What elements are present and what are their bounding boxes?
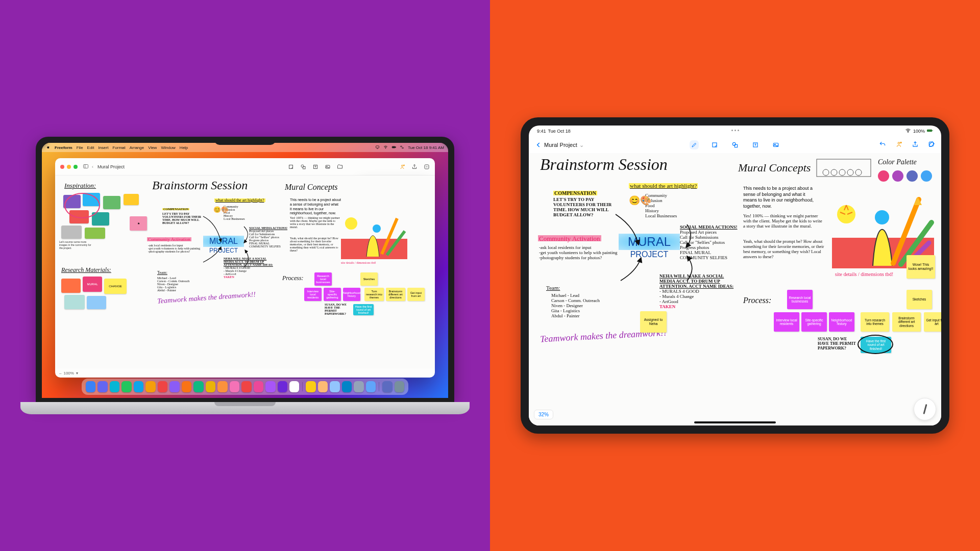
- dock-app-icon[interactable]: [318, 381, 328, 392]
- color-swatch[interactable]: [921, 170, 932, 182]
- community-activation-heading[interactable]: Community Activation: [147, 237, 191, 242]
- tagline[interactable]: Teamwork makes the dreamwork!!: [157, 290, 256, 305]
- mural-concepts-heading[interactable]: Mural Concepts: [285, 183, 338, 192]
- team-heading[interactable]: Team:: [157, 270, 167, 275]
- window-zoom-button[interactable]: [74, 165, 78, 169]
- menubar-item-edit[interactable]: Edit: [87, 145, 94, 150]
- color-swatches[interactable]: [878, 170, 932, 182]
- brief-text[interactable]: This needs to be a project about a sense…: [290, 198, 341, 216]
- multitask-dots-icon[interactable]: [727, 130, 743, 131]
- inspiration-thumbnails[interactable]: ★: [60, 192, 147, 238]
- yes-note[interactable]: Yes! 100% — thinking we might partner wi…: [290, 216, 341, 229]
- screenshare-icon[interactable]: [375, 145, 380, 151]
- menubar-item-insert[interactable]: Insert: [98, 145, 108, 150]
- wow-sticky[interactable]: Wow! This looks amazing!!: [906, 255, 935, 279]
- dock-app-icon[interactable]: [278, 381, 287, 392]
- menubar-app-name[interactable]: Freeform: [55, 145, 72, 150]
- neha-note[interactable]: NEHA WILL MAKE A SOCIAL MEDIA ACCT. TO D…: [659, 273, 736, 309]
- chevron-down-icon[interactable]: ⌄: [579, 142, 584, 148]
- neha-note[interactable]: NEHA WILL MAKE A SOCIAL MEDIA ACCT. TO D…: [224, 257, 275, 279]
- process-heading[interactable]: Process:: [743, 296, 771, 305]
- shape-tool-icon[interactable]: [300, 164, 306, 170]
- compensation-note[interactable]: COMPENSATION LET'S TRY TO PAY VOLUNTEERS…: [162, 203, 208, 224]
- dock-app-icon[interactable]: [382, 381, 392, 392]
- process-stickies[interactable]: Research local businesses Sketches Inter…: [774, 290, 941, 356]
- community-activation-body[interactable]: -ask local residents for input -get yout…: [148, 244, 204, 253]
- dock-app-icon[interactable]: [330, 381, 339, 392]
- dock-app-icon[interactable]: [230, 381, 239, 392]
- sticky-tool-icon[interactable]: [288, 164, 294, 170]
- banner-sketch[interactable]: [816, 156, 872, 182]
- menubar-item-help[interactable]: Help: [180, 145, 188, 150]
- dock-app-icon[interactable]: [134, 381, 143, 392]
- share-icon[interactable]: [912, 141, 919, 149]
- process-stickies[interactable]: Research local businesses Sketches Inter…: [304, 272, 422, 318]
- media-tool-icon[interactable]: [325, 164, 331, 170]
- dock-app-icon[interactable]: [254, 381, 263, 392]
- source-note[interactable]: Let's source some more images in the com…: [59, 241, 95, 249]
- canvas-title[interactable]: Brainstorm Session: [540, 155, 668, 174]
- window-minimize-button[interactable]: [67, 165, 71, 169]
- board-title[interactable]: Mural Project: [544, 142, 577, 148]
- canvas-title[interactable]: Brainstorm Session: [152, 179, 248, 192]
- dock-app-icon[interactable]: [193, 381, 203, 392]
- dock-app-icon[interactable]: [110, 381, 119, 392]
- emoji-stickers[interactable]: 😊🎨: [629, 195, 651, 206]
- emoji-stickers[interactable]: 😊🎨: [213, 206, 229, 213]
- dock-app-icon[interactable]: [86, 381, 95, 392]
- text-tool-icon[interactable]: [312, 164, 318, 170]
- undo-icon[interactable]: [879, 141, 886, 149]
- palette-heading[interactable]: Color Palette: [878, 158, 917, 166]
- compose-icon[interactable]: [928, 141, 935, 149]
- color-swatch[interactable]: [892, 170, 903, 182]
- zoom-indicator[interactable]: 32%: [534, 410, 553, 419]
- text-tool-icon[interactable]: [751, 140, 760, 149]
- menubar-clock[interactable]: Tue Oct 18 9:41 AM: [408, 145, 444, 150]
- dock-app-icon[interactable]: [217, 381, 227, 392]
- team-heading[interactable]: Team:: [546, 285, 560, 291]
- mural-project-label[interactable]: MURAL PROJECT: [203, 236, 244, 254]
- shape-tool-icon[interactable]: [730, 140, 740, 149]
- dock-app-icon[interactable]: [342, 381, 352, 392]
- community-activation-body[interactable]: -ask local residents for input -get yout…: [539, 245, 631, 260]
- team-list[interactable]: Michael - Lead Carson - Comm. Outreach N…: [157, 277, 189, 292]
- mural-concepts-heading[interactable]: Mural Concepts: [738, 161, 811, 174]
- prompt-note[interactable]: Yeah, what should the prompt be? How abo…: [290, 237, 341, 252]
- dock-app-icon[interactable]: [306, 381, 315, 392]
- social-media-note[interactable]: SOCIAL MEDIA ACTIONS! Proposed Art piece…: [249, 227, 290, 248]
- sticky-tool-icon[interactable]: [710, 140, 719, 149]
- social-media-note[interactable]: SOCIAL MEDIA ACTIONS! Proposed Art piece…: [680, 224, 741, 260]
- apple-menu-icon[interactable]: [46, 145, 51, 151]
- dock-app-icon[interactable]: [97, 381, 107, 392]
- compensation-note[interactable]: COMPENSATION LET'S TRY TO PAY VOLUNTEERS…: [553, 188, 625, 217]
- mural-illustration[interactable]: [341, 208, 407, 259]
- window-close-button[interactable]: [60, 165, 64, 169]
- dock-app-icon[interactable]: [206, 381, 215, 392]
- yes-note[interactable]: Yes! 100% — thinking we might partner wi…: [743, 213, 825, 229]
- color-swatch[interactable]: [878, 170, 889, 182]
- collaborate-icon[interactable]: [399, 164, 405, 170]
- prompt-note[interactable]: Yeah, what should the prompt be? How abo…: [743, 239, 825, 259]
- wifi-icon[interactable]: [383, 145, 388, 151]
- menubar-item-format[interactable]: Format: [112, 145, 125, 150]
- dock-app-icon[interactable]: [241, 381, 251, 392]
- highlight-question[interactable]: what should the art highlight?: [629, 183, 698, 189]
- file-tool-icon[interactable]: [337, 164, 343, 170]
- dimensions-note[interactable]: site details / dimensions tbd!: [341, 261, 376, 264]
- collaborate-icon[interactable]: [895, 141, 902, 149]
- inspiration-heading[interactable]: Inspiration:: [64, 182, 96, 190]
- menubar-item-arrange[interactable]: Arrange: [130, 145, 144, 150]
- dock-app-icon[interactable]: [289, 381, 299, 392]
- sidebar-toggle-icon[interactable]: [83, 163, 89, 170]
- menubar-item-file[interactable]: File: [77, 145, 83, 150]
- link-icon[interactable]: [424, 164, 430, 170]
- dock-app-icon[interactable]: [145, 381, 155, 392]
- back-button[interactable]: [535, 141, 542, 148]
- highlight-question[interactable]: what should the art highlight?: [214, 198, 265, 203]
- zoom-indicator[interactable]: –100%▾: [55, 368, 82, 378]
- dock-app-icon[interactable]: [265, 381, 275, 392]
- back-chevron-icon[interactable]: ‹: [92, 164, 93, 169]
- dock-app-icon[interactable]: [169, 381, 179, 392]
- dock-app-icon[interactable]: [366, 381, 376, 392]
- brief-text[interactable]: This needs to be a project about a sense…: [743, 186, 820, 210]
